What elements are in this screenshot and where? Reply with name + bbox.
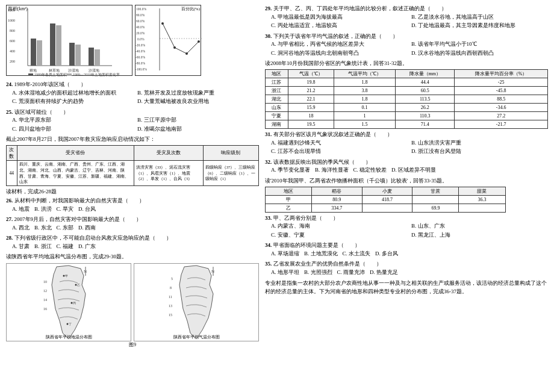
svg-text:林草地: 林草地 — [48, 69, 60, 72]
q35-options: A. 地形平坦 B. 光照强烈 C. 雨量充沛 D. 热量充足 — [271, 269, 548, 277]
q26-block: 26. 从材料中判断，对我国影响最大的自然灾害是（ ） A. 地震 B. 洪涝 … — [6, 197, 259, 213]
svg-text:12: 12 — [43, 289, 47, 293]
svg-text:15: 15 — [169, 313, 172, 317]
svg-text:-80.0%: -80.0% — [135, 61, 145, 65]
q34-optD: D. 多台风 — [375, 250, 398, 258]
q28-optB: B. 浙江 — [34, 243, 52, 251]
q25-optB: B. 三江平原中部 — [137, 116, 259, 125]
q30-optC: C. 洞河谷地的等温线向北朝南朝弯凸 — [271, 49, 408, 58]
q31-block: 31. 有关部分省区该月气象状况叙述正确的是（ ） A. 福建遇到沙锋天气 B.… — [265, 131, 548, 156]
q31-text: 31. 有关部分省区该月气象状况叙述正确的是（ ） — [265, 131, 548, 139]
svg-text:600: 600 — [10, 39, 15, 43]
map1-box: 10 12 14 16 甲 乙 丙 丁 N 陕西省年 — [6, 263, 131, 341]
q25-text: 该区域可能位（ ） — [14, 109, 69, 115]
svg-text:100.0%: 100.0% — [136, 7, 146, 11]
q28-optC: C. 福建 — [57, 243, 74, 251]
svg-text:14: 14 — [43, 298, 47, 302]
q30-block: 30. 下列关于该省年平均气温的叙述，正确的是（ ） A. 与甲省相比，丙省气候… — [265, 33, 548, 58]
q34-optA: A. 草场退缩 — [271, 250, 299, 258]
q31-optC: C. 江苏不会出现旱情 — [271, 148, 408, 156]
map-area: 10 12 14 16 甲 乙 丙 丁 N 陕西省年 — [6, 263, 259, 341]
wt-row-jiangsu: 江苏19.81.844.4-25 — [266, 78, 548, 87]
svg-text:丁: 丁 — [69, 323, 72, 326]
fig9-label: 图9 — [6, 342, 259, 348]
q32-optD: D. 区域差异不明显 — [391, 166, 436, 175]
rescue-disasters: 洪涝灾害（33）、泥石流灾害（1）、风雹灾害（1）、地震（2）、单发（1）、台风… — [134, 161, 203, 186]
svg-text:耕地: 耕地 — [30, 69, 37, 72]
ct-h-region: 地区 — [266, 187, 312, 195]
bar-chart-svg: 1200 1000 800 600 400 200 — [7, 5, 133, 76]
q27-optB: B. 东北 — [34, 224, 52, 232]
map2-box: 5 8 11 13 15 N 陕西省年平均气温分布图 — [134, 263, 259, 341]
svg-point-37 — [161, 22, 164, 25]
q28-optA: A. 甘肃 — [12, 243, 30, 251]
q29-optB: B. 乙是淡水谷地，其地温高于山区 — [411, 13, 548, 22]
rescue-intro: 截止2007年8月27日，我国2007年救灾应急响应启动情况如下： — [6, 135, 259, 144]
expert-section: 专业村是指集一农村的大部分农户农商性地从事一一种及与之相关联的生产或服务活动，该… — [265, 279, 548, 296]
q29-block: 29. 关于甲、乙、丙、丁四处年平均地温的比较分析，叙述正确的是（ ） A. 甲… — [265, 5, 548, 30]
q26-num: 26. — [6, 198, 13, 204]
q35-text: 35. 乙省发展农业生产的优势自然条件是（ ） — [265, 260, 548, 269]
q28-optD: D. 广东 — [78, 243, 96, 251]
q27-optD: D. 西南 — [78, 224, 96, 232]
crop-table-container: 地区 稻谷 小麦 甘蔗 甜菜 甲80.9418.736.3 乙334.769.9 — [265, 187, 548, 213]
q25-num: 25. — [6, 109, 13, 115]
ct-h-wheat: 小麦 — [362, 187, 412, 195]
svg-text:80.0%: 80.0% — [136, 13, 145, 17]
q34-options: A. 草场退缩 B. 土地荒漠化 C. 水土流失 D. 多台风 — [271, 250, 548, 258]
q29-options: A. 甲地温最低是因为海拔最高 B. 乙是淡水谷地，其地温高于山区 C. 丙处地… — [271, 13, 548, 30]
wt-h-rainpct: 降水量平均百分率（%） — [455, 70, 548, 78]
q30-optB: B. 该省年平均气温小于10℃ — [411, 40, 548, 49]
crop-table-intro: 读'2010年我国甲、乙两省农作物播种面积（千公顷）比较表'，回答33-35题。 — [265, 177, 548, 185]
svg-rect-15 — [95, 49, 100, 66]
rescue-levels: 四级响应（37）、三级响应（6）、二级响应（1）、一级响应（1） — [203, 161, 258, 186]
wt-row-hubei: 湖北22.11.8113.588.5 — [266, 95, 548, 104]
svg-text:1000: 1000 — [8, 19, 15, 22]
q34-optC: C. 水土流失 — [343, 250, 371, 258]
wt-h-temp: 气温（℃） — [288, 70, 334, 78]
q28-options: A. 甘肃 B. 浙江 C. 福建 D. 广东 — [12, 243, 259, 251]
svg-text:10: 10 — [43, 280, 47, 284]
svg-text:400: 400 — [10, 49, 15, 53]
svg-rect-20 — [28, 73, 33, 76]
weather-table-container: 地区 气温（℃） 气温平均（℃） 降水量（mm） 降水量平均百分率（%） 江苏1… — [265, 69, 548, 129]
svg-text:20.0%: 20.0% — [136, 31, 145, 35]
q26-optB: B. 洪涝 — [34, 205, 52, 214]
q29-optA: A. 甲地温最低是因为海拔最高 — [271, 13, 408, 22]
q28-num: 28. — [6, 235, 13, 241]
q33-options: A. 内蒙古、海南 B. 山东、广东 C. 安徽、宁夏 D. 黑龙江、上海 — [271, 222, 548, 239]
q27-num: 27. — [6, 216, 13, 222]
q26-optC: C. 旱灾 — [57, 205, 74, 214]
svg-text:11: 11 — [169, 295, 172, 299]
svg-rect-14 — [89, 48, 94, 66]
svg-text:丙: 丙 — [73, 302, 76, 305]
th-disaster: 受灾及次数 — [134, 145, 203, 161]
q32-optA: A. 季节变化显著 — [271, 166, 310, 175]
rescue-provinces: 四川、重庆、云南、湖南、广西、贵州、广东、江西、湖北、湖南、河北、山西、内蒙古、… — [17, 161, 134, 186]
svg-rect-13 — [75, 45, 81, 66]
q30-optD: D. 汉水谷地的等温线向西朝西朝凸 — [411, 49, 548, 58]
svg-text:5: 5 — [171, 277, 173, 281]
left-column: 面积(km²) 1200 1000 800 600 400 200 — [6, 5, 259, 387]
wt-row-ningxia: 宁夏181110.327.2 — [266, 112, 548, 120]
q26-optD: D. 台风 — [78, 205, 96, 214]
bar-chart: 面积(km²) 1200 1000 800 600 400 200 — [6, 5, 132, 76]
wt-h-region: 地区 — [266, 70, 288, 78]
q24-num: 24. — [6, 81, 13, 87]
q24-optD: D. 大量荒碱地被改良农业用地 — [137, 98, 259, 106]
q33-optC: C. 安徽、宁夏 — [271, 231, 408, 240]
svg-text:甲: 甲 — [65, 275, 68, 278]
q28-text: 下列省级行政区中，不可能自启动台风救灾应急响应的是（ ） — [14, 235, 172, 241]
ct-row-jia: 甲80.9418.736.3 — [266, 195, 506, 204]
svg-text:1989—2010年土地面积变化率: 1989—2010年土地面积变化率 — [73, 72, 120, 76]
q28-block: 28. 下列省级行政区中，不可能自启动台风救灾应急响应的是（ ） A. 甘肃 B… — [6, 234, 259, 250]
q31-options: A. 福建遇到沙锋天气 B. 山东洪涝灾害严重 C. 江苏不会出现旱情 D. 浙… — [271, 139, 548, 156]
q34-block: 34. 甲省面临的环境问题主要是（ ） A. 草场退缩 B. 土地荒漠化 C. … — [265, 241, 548, 258]
q31-optD: D. 浙江没有台风登陆 — [411, 148, 548, 156]
pct-chart: 百分比(%) 100.0% 80.0% 60.0% 40.0% 20.0% 0.… — [135, 5, 201, 76]
q32-optC: C. 稳定性较差 — [353, 166, 387, 175]
q24-options: A. 水体湿地减少的面积超过林地增长的面积 B. 荒林开发及过度放牧现象严重 C… — [12, 89, 259, 106]
svg-text:-20.0%: -20.0% — [135, 43, 145, 47]
map-intro: 读陕西省年平均地温和气温分布图，完成29-30题。 — [6, 253, 259, 261]
q35-optA: A. 地形平坦 — [271, 269, 299, 277]
